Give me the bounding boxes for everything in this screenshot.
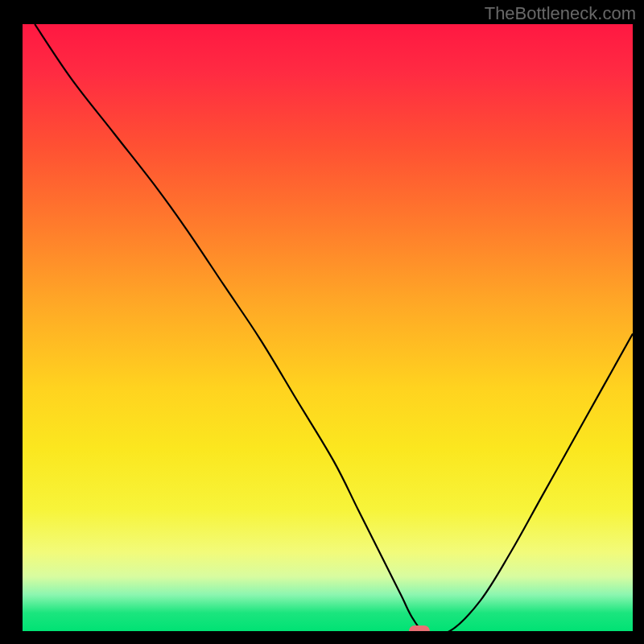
watermark-text: TheBottleneck.com xyxy=(485,3,636,24)
optimal-marker xyxy=(409,625,430,631)
bottleneck-curve xyxy=(23,24,633,631)
plot-area xyxy=(23,24,633,631)
